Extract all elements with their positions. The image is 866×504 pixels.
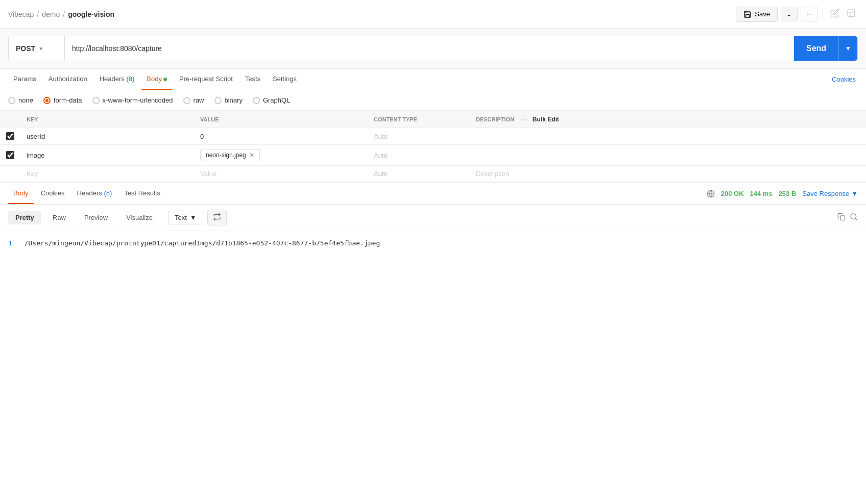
- radio-raw[interactable]: raw: [183, 96, 204, 104]
- edit-icon: [830, 9, 839, 18]
- tab-cookies[interactable]: Cookies: [830, 69, 858, 89]
- th-description: DESCRIPTION ··· Bulk Edit: [470, 111, 866, 128]
- resp-tab-body[interactable]: Body: [8, 183, 34, 204]
- row2-desc-cell[interactable]: [470, 145, 866, 166]
- row1-desc-cell[interactable]: [470, 128, 866, 145]
- response-status-code: 200 OK: [721, 190, 744, 197]
- line-content-1: /Users/mingeun/Vibecap/prototype01/captu…: [25, 239, 380, 247]
- tab-tests[interactable]: Tests: [240, 69, 266, 90]
- save-button[interactable]: Save: [736, 7, 778, 22]
- method-label: POST: [16, 44, 35, 53]
- search-icon: [850, 213, 858, 221]
- template-icon: [847, 9, 856, 18]
- tab-body[interactable]: Body: [141, 69, 172, 90]
- radio-form-data[interactable]: form-data: [43, 96, 82, 104]
- file-chip: neon-sign.jpeg ✕: [200, 149, 260, 161]
- breadcrumb-sep1: /: [37, 10, 39, 18]
- empty-key-cell[interactable]: Key: [20, 166, 194, 182]
- method-chevron-icon: ▼: [38, 46, 43, 52]
- response-time: 144 ms: [750, 190, 773, 197]
- response-toolbar: Pretty Raw Preview Visualize Text ▼: [0, 205, 866, 231]
- tab-authorization[interactable]: Authorization: [43, 69, 92, 90]
- svg-rect-0: [848, 10, 855, 17]
- radio-none-circle: [8, 97, 15, 104]
- resp-status-row: 200 OK 144 ms 253 B Save Response ▼: [707, 190, 858, 198]
- send-button[interactable]: Send: [794, 36, 838, 61]
- empty-key-placeholder: Key: [27, 170, 38, 178]
- radio-urlencoded-circle: [92, 97, 100, 104]
- row1-check-cell[interactable]: [0, 128, 20, 145]
- divider: [823, 9, 823, 19]
- more-col-button[interactable]: ···: [518, 115, 528, 123]
- row2-value-cell[interactable]: neon-sign.jpeg ✕: [194, 145, 368, 166]
- radio-urlencoded[interactable]: x-www-form-urlencoded: [92, 96, 173, 104]
- format-visualize[interactable]: Visualize: [119, 211, 160, 224]
- radio-none[interactable]: none: [8, 96, 33, 104]
- resp-tab-headers[interactable]: Headers (5): [72, 183, 117, 204]
- row2-key-cell[interactable]: image: [20, 145, 194, 166]
- copy-button[interactable]: [837, 213, 846, 222]
- wrap-button[interactable]: [207, 210, 227, 225]
- format-pretty[interactable]: Pretty: [8, 211, 41, 224]
- row1-key-cell[interactable]: userId: [20, 128, 194, 145]
- row1-value-cell[interactable]: 0: [194, 128, 368, 145]
- top-bar: Vibecap / demo / google-vision Save ⌄ ··…: [0, 0, 866, 29]
- format-preview[interactable]: Preview: [77, 211, 115, 224]
- response-tabs: Body Cookies Headers (5) Test Results 20…: [0, 183, 866, 205]
- radio-raw-circle: [183, 97, 190, 104]
- tab-settings[interactable]: Settings: [268, 69, 302, 90]
- tab-pre-request[interactable]: Pre-request Script: [174, 69, 238, 90]
- save-caret-button[interactable]: ⌄: [781, 7, 798, 21]
- radio-form-data-circle: [43, 97, 51, 104]
- search-button[interactable]: [850, 213, 858, 222]
- radio-graphql-label: GraphQL: [263, 96, 290, 104]
- th-key: KEY: [20, 111, 194, 128]
- radio-binary[interactable]: binary: [214, 96, 243, 104]
- radio-raw-label: raw: [194, 96, 204, 104]
- svg-line-7: [855, 218, 857, 220]
- resp-tab-cookies[interactable]: Cookies: [36, 183, 70, 204]
- text-type-label: Text: [175, 214, 187, 221]
- empty-check-cell: [0, 166, 20, 182]
- radio-graphql[interactable]: GraphQL: [253, 96, 290, 104]
- empty-description-placeholder: Description: [476, 170, 509, 178]
- save-icon: [743, 10, 752, 18]
- row2-ct-cell: Auto: [368, 145, 470, 166]
- response-body: 1 /Users/mingeun/Vibecap/prototype01/cap…: [0, 231, 866, 255]
- radio-graphql-circle: [253, 97, 260, 104]
- empty-desc-cell[interactable]: Description: [470, 166, 866, 182]
- radio-form-data-label: form-data: [54, 96, 82, 104]
- resp-tab-test-results[interactable]: Test Results: [119, 183, 165, 204]
- line-number-1: 1: [8, 239, 12, 247]
- edit-icon-button[interactable]: [828, 7, 841, 21]
- save-response-button[interactable]: Save Response ▼: [802, 190, 858, 197]
- row1-key: userId: [27, 133, 45, 140]
- bulk-edit-button[interactable]: Bulk Edit: [533, 116, 559, 123]
- row2-check-cell[interactable]: [0, 145, 20, 166]
- empty-value-cell[interactable]: Value: [194, 166, 368, 182]
- row1-checkbox[interactable]: [6, 132, 14, 140]
- method-selector[interactable]: POST ▼: [9, 36, 65, 61]
- tab-headers[interactable]: Headers (8): [94, 69, 140, 90]
- radio-binary-label: binary: [225, 96, 243, 104]
- radio-binary-circle: [214, 97, 222, 104]
- send-caret-button[interactable]: ▼: [838, 36, 857, 61]
- table-row: userId 0 Auto: [0, 128, 866, 145]
- breadcrumb-sep2: /: [63, 10, 65, 18]
- url-input[interactable]: [65, 36, 794, 61]
- empty-content-type: Auto: [374, 170, 388, 178]
- row2-checkbox[interactable]: [6, 151, 14, 159]
- breadcrumb-part1: Vibecap: [8, 10, 34, 18]
- template-icon-button[interactable]: [845, 7, 858, 21]
- th-check: [0, 111, 20, 128]
- more-button[interactable]: ···: [801, 7, 817, 21]
- empty-value-placeholder: Value: [200, 170, 216, 178]
- row1-ct-cell: Auto: [368, 128, 470, 145]
- file-remove-button[interactable]: ✕: [249, 152, 254, 159]
- body-dot-indicator: [163, 78, 167, 81]
- request-tabs: Params Authorization Headers (8) Body Pr…: [0, 69, 866, 90]
- tab-params[interactable]: Params: [8, 69, 41, 90]
- format-raw[interactable]: Raw: [45, 211, 73, 224]
- text-type-selector[interactable]: Text ▼: [168, 211, 203, 224]
- body-type-row: none form-data x-www-form-urlencoded raw…: [0, 90, 866, 111]
